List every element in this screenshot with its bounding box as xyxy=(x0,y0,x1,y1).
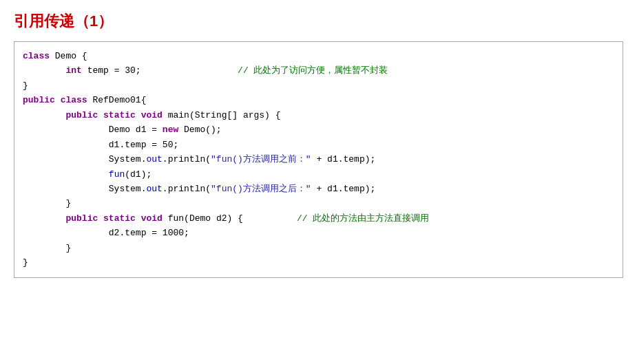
code-block: class Demo { int temp = 30; // 此处为了访问方便，… xyxy=(14,41,623,278)
page-title: 引用传递（1） xyxy=(14,11,623,32)
code-content: class Demo { int temp = 30; // 此处为了访问方便，… xyxy=(23,49,614,270)
